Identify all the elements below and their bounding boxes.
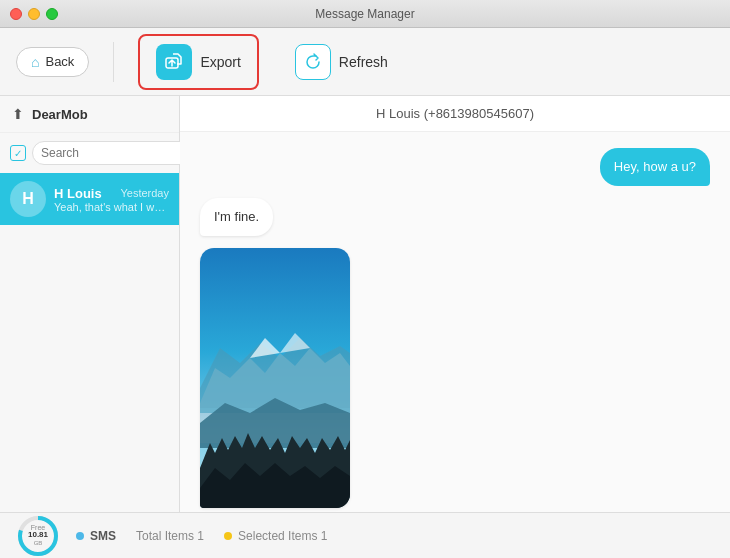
refresh-icon: [295, 44, 331, 80]
bubble-image: [200, 248, 350, 508]
message-text: I'm fine.: [214, 209, 259, 224]
selected-dot: [224, 532, 232, 540]
select-all-checkbox[interactable]: ✓: [10, 145, 26, 161]
selected-status-item: Selected Items 1: [224, 529, 327, 543]
total-status-item: Total Items 1: [136, 529, 204, 543]
back-label: Back: [45, 54, 74, 69]
status-items: SMS Total Items 1 Selected Items 1: [76, 529, 327, 543]
toolbar-divider: [113, 42, 114, 82]
toolbar: ⌂ Back Export Refresh: [0, 28, 730, 96]
contact-list: H H Louis Yesterday Yeah, that's what I …: [0, 173, 179, 512]
main-layout: ⌂ Back Export Refresh: [0, 28, 730, 558]
refresh-button[interactable]: Refresh: [279, 36, 404, 88]
bubble-incoming: I'm fine.: [200, 198, 273, 236]
sidebar: ⬆ DearMob ✓ H H Louis Yesterday Yeah, th…: [0, 96, 180, 512]
landscape-image: [200, 248, 350, 508]
traffic-lights: [10, 8, 58, 20]
minimize-button[interactable]: [28, 8, 40, 20]
title-bar: Message Manager: [0, 0, 730, 28]
export-label: Export: [200, 54, 240, 70]
message-text: Hey, how a u?: [614, 159, 696, 174]
bubble-outgoing: Hey, how a u?: [600, 148, 710, 186]
sidebar-title: DearMob: [32, 107, 88, 122]
avatar: H: [10, 181, 46, 217]
status-bar: Free 10.81 GB SMS Total Items 1 Selected…: [0, 512, 730, 558]
sms-label: SMS: [90, 529, 116, 543]
sms-dot: [76, 532, 84, 540]
close-button[interactable]: [10, 8, 22, 20]
search-input[interactable]: [32, 141, 200, 165]
export-icon: [156, 44, 192, 80]
sidebar-header: ⬆ DearMob: [0, 96, 179, 133]
export-button[interactable]: Export: [138, 34, 258, 90]
contact-info: H Louis Yesterday Yeah, that's what I wa…: [54, 186, 169, 213]
back-icon: ⌂: [31, 54, 39, 70]
maximize-button[interactable]: [46, 8, 58, 20]
contact-time: Yesterday: [120, 187, 169, 199]
message-row: I'm fine.: [200, 198, 710, 236]
search-row: ✓: [0, 133, 179, 173]
sms-status-item: SMS: [76, 529, 116, 543]
chat-area: H Louis (+8613980545607) Hey, how a u? I…: [180, 96, 730, 512]
total-label: Total Items 1: [136, 529, 204, 543]
contact-item[interactable]: H H Louis Yesterday Yeah, that's what I …: [0, 173, 179, 225]
disk-size-value: 10.81: [28, 532, 48, 541]
disk-unit-label: GB: [28, 540, 48, 547]
contact-preview: Yeah, that's what I want. You kno...: [54, 201, 169, 213]
content-area: ⬆ DearMob ✓ H H Louis Yesterday Yeah, th…: [0, 96, 730, 512]
contact-name-row: H Louis Yesterday: [54, 186, 169, 201]
message-row-image: [200, 248, 710, 508]
chat-header: H Louis (+8613980545607): [180, 96, 730, 132]
back-button[interactable]: ⌂ Back: [16, 47, 89, 77]
upload-icon: ⬆: [12, 106, 24, 122]
selected-label: Selected Items 1: [238, 529, 327, 543]
chat-messages: Hey, how a u? I'm fine.: [180, 132, 730, 512]
message-row: Hey, how a u?: [200, 148, 710, 186]
contact-name: H Louis: [54, 186, 102, 201]
disk-usage: Free 10.81 GB: [16, 514, 60, 558]
window-title: Message Manager: [315, 7, 414, 21]
refresh-label: Refresh: [339, 54, 388, 70]
